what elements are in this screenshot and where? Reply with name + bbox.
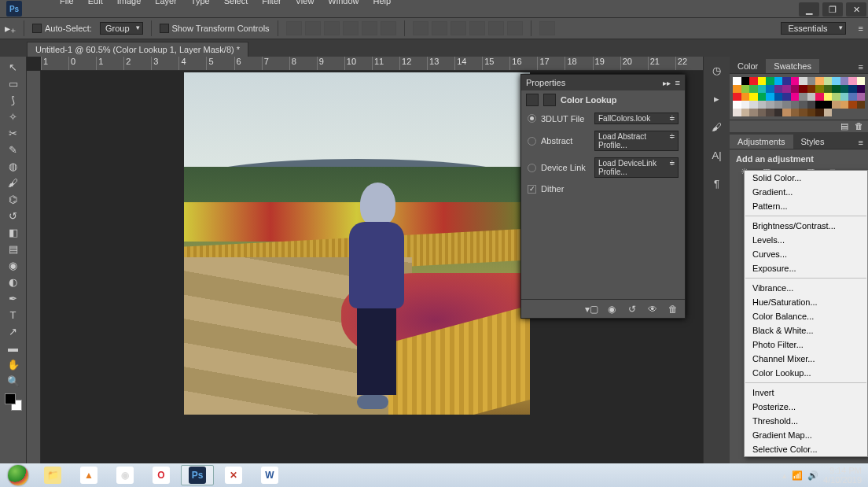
magic-wand-tool-icon[interactable]: ✧: [4, 109, 23, 124]
swatch[interactable]: [782, 101, 791, 109]
swatch[interactable]: [848, 85, 857, 93]
swatch[interactable]: [749, 85, 758, 93]
menu-item-black-white[interactable]: Black & White...: [745, 323, 867, 338]
healing-tool-icon[interactable]: ◍: [4, 159, 23, 174]
swatch[interactable]: [758, 93, 767, 101]
clock[interactable]: 9:14 PM 4/10/2019: [823, 466, 865, 485]
swatch[interactable]: [791, 77, 800, 85]
swatch[interactable]: [824, 93, 833, 101]
new-swatch-icon[interactable]: ▤: [840, 121, 848, 131]
network-icon[interactable]: 📶: [792, 470, 803, 481]
swatch[interactable]: [733, 85, 741, 93]
menu-type[interactable]: Type: [185, 0, 216, 7]
swatch[interactable]: [840, 101, 849, 109]
menu-help[interactable]: Help: [366, 0, 397, 7]
panel-menu-icon[interactable]: ≡: [675, 78, 680, 87]
swatch[interactable]: [799, 101, 807, 109]
device-dropdown[interactable]: Load DeviceLink Profile...: [594, 157, 679, 178]
swatch[interactable]: [799, 93, 807, 101]
swatch[interactable]: [832, 101, 840, 109]
align-icon[interactable]: [381, 21, 396, 35]
dither-checkbox[interactable]: [528, 185, 536, 194]
align-icon[interactable]: [343, 21, 359, 35]
shape-tool-icon[interactable]: ▬: [4, 341, 23, 356]
path-tool-icon[interactable]: ↗: [4, 324, 23, 339]
swatch[interactable]: [815, 109, 824, 116]
menu-item-vibrance[interactable]: Vibrance...: [745, 281, 867, 295]
distribute-icon[interactable]: [432, 21, 447, 35]
swatch[interactable]: [815, 85, 824, 93]
menu-item-gradient[interactable]: Gradient...: [745, 185, 867, 199]
arrange-icon[interactable]: [539, 21, 555, 35]
swatch[interactable]: [799, 109, 807, 116]
explorer-icon[interactable]: 📁: [36, 465, 69, 485]
panel-menu-icon[interactable]: ≡: [854, 136, 868, 149]
swatch[interactable]: [857, 101, 866, 109]
swatch[interactable]: [782, 93, 791, 101]
foreground-background-swatch[interactable]: [5, 393, 22, 411]
panel-menu-icon[interactable]: ≡: [859, 24, 863, 33]
menu-item-hue-saturation[interactable]: Hue/Saturation...: [745, 295, 867, 309]
collapse-icon[interactable]: ▸▸: [663, 79, 671, 87]
align-icon[interactable]: [305, 21, 321, 35]
swatch[interactable]: [791, 109, 800, 116]
distribute-icon[interactable]: [451, 21, 466, 35]
swatch[interactable]: [766, 93, 774, 101]
actions-icon[interactable]: ▸: [709, 93, 725, 107]
swatch[interactable]: [766, 77, 774, 85]
type-tool-icon[interactable]: T: [4, 308, 23, 323]
document-tab[interactable]: Untitled-1 @ 60.5% (Color Lookup 1, Laye…: [27, 42, 248, 57]
swatch[interactable]: [774, 101, 783, 109]
swatch[interactable]: [824, 77, 833, 85]
panel-menu-icon[interactable]: ≡: [854, 61, 868, 73]
swatch[interactable]: [782, 109, 791, 116]
swatch[interactable]: [857, 85, 866, 93]
lut-radio[interactable]: [528, 114, 536, 123]
menu-item-solid-color[interactable]: Solid Color...: [745, 171, 867, 185]
swatch[interactable]: [791, 101, 800, 109]
start-button[interactable]: [3, 465, 33, 485]
swatch[interactable]: [824, 109, 833, 116]
crop-tool-icon[interactable]: ✂: [4, 126, 23, 141]
swatch[interactable]: [741, 109, 750, 116]
swatch[interactable]: [774, 109, 783, 116]
eraser-tool-icon[interactable]: ◧: [4, 225, 23, 240]
menu-item-brightness-contrast[interactable]: Brightness/Contrast...: [745, 219, 867, 233]
swatch[interactable]: [848, 93, 857, 101]
swatch[interactable]: [774, 85, 783, 93]
delete-swatch-icon[interactable]: 🗑: [855, 121, 863, 131]
swatch[interactable]: [741, 101, 750, 109]
show-transform-checkbox[interactable]: Show Transform Controls: [160, 24, 270, 33]
distribute-icon[interactable]: [488, 21, 504, 35]
tray-chevron-icon[interactable]: ▴: [782, 470, 787, 481]
blur-tool-icon[interactable]: ◉: [4, 258, 23, 273]
lut-dropdown[interactable]: FallColors.look: [594, 113, 679, 124]
menu-item-posterize[interactable]: Posterize...: [745, 400, 867, 414]
history-icon[interactable]: ◷: [709, 65, 725, 79]
swatch[interactable]: [782, 77, 791, 85]
vlc-icon[interactable]: ▲: [72, 465, 105, 485]
swatch[interactable]: [824, 85, 833, 93]
properties-header[interactable]: Properties ▸▸ ≡: [521, 75, 685, 90]
swatch[interactable]: [749, 109, 758, 116]
menu-edit[interactable]: Edit: [82, 0, 109, 7]
swatch[interactable]: [799, 77, 807, 85]
menu-item-curves[interactable]: Curves...: [745, 247, 867, 261]
clip-icon[interactable]: ▾▢: [584, 304, 598, 315]
swatch[interactable]: [733, 109, 741, 116]
menu-item-color-balance[interactable]: Color Balance...: [745, 309, 867, 323]
swatch[interactable]: [848, 101, 857, 109]
previous-state-icon[interactable]: ◉: [605, 304, 619, 315]
swatch[interactable]: [733, 93, 741, 101]
menu-layer[interactable]: Layer: [149, 0, 183, 7]
distribute-icon[interactable]: [413, 21, 428, 35]
swatch[interactable]: [733, 77, 741, 85]
swatches-tab[interactable]: Swatches: [766, 59, 819, 73]
swatch[interactable]: [758, 101, 767, 109]
character-panel-icon[interactable]: A|: [709, 149, 725, 164]
menu-item-levels[interactable]: Levels...: [745, 233, 867, 247]
menu-filter[interactable]: Filter: [256, 0, 287, 7]
zoom-tool-icon[interactable]: 🔍: [4, 374, 23, 389]
distribute-icon[interactable]: [469, 21, 485, 35]
menu-item-invert[interactable]: Invert: [745, 386, 867, 400]
